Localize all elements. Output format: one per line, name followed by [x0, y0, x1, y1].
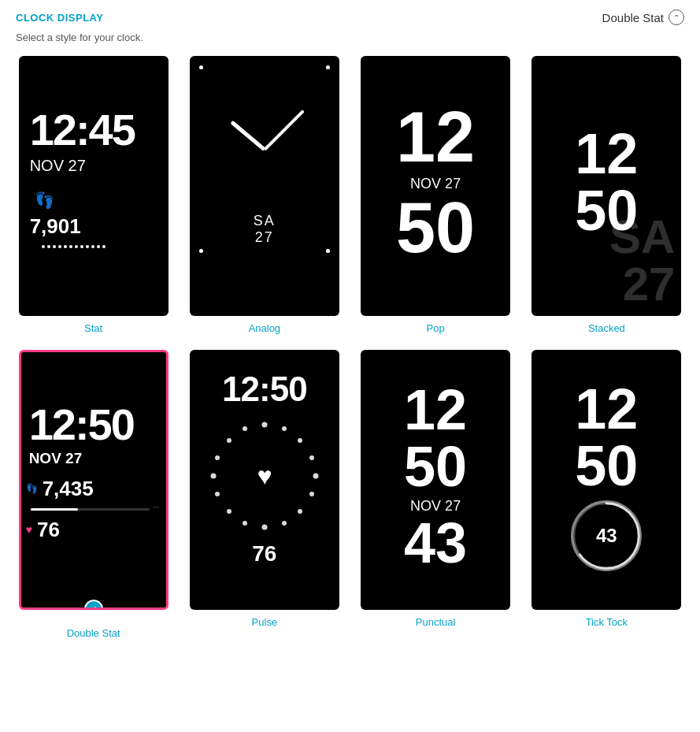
minute-hand — [263, 110, 304, 150]
pulse-time: 12:50 — [222, 370, 307, 409]
corner-dot-bl — [199, 249, 203, 253]
watch-face-stacked[interactable]: 12 50 SA27 — [531, 56, 681, 316]
svg-point-7 — [282, 521, 287, 526]
svg-point-9 — [243, 521, 247, 526]
corner-dot-tl — [199, 65, 203, 69]
selected-style-label: Double Stat — [602, 11, 664, 24]
stat-time: 12:45 — [19, 108, 169, 152]
svg-point-15 — [243, 426, 247, 431]
stat-date: NOV 27 — [19, 157, 169, 175]
stat-steps: 7,901 — [19, 214, 169, 239]
stat-dots-bar — [34, 245, 154, 248]
progress-dots: ··· — [153, 503, 159, 511]
watch-face-analog[interactable]: SA27 — [190, 56, 339, 316]
svg-point-1 — [282, 426, 287, 431]
corner-dot-tr — [326, 65, 330, 69]
analog-hands — [217, 102, 312, 197]
chevron-up-icon[interactable]: ⌃ — [669, 9, 684, 25]
pop-hour: 12 — [396, 102, 475, 173]
watch-item-stat[interactable]: 12:45 NOV 27 👣 7,901 Stat — [16, 56, 171, 334]
watch-item-punctual[interactable]: 12 50 NOV 27 43 Punctual — [358, 350, 513, 639]
svg-point-10 — [227, 509, 231, 514]
watch-face-pop[interactable]: 12 NOV 27 50 — [361, 56, 510, 316]
pulse-bpm: 76 — [252, 541, 276, 567]
svg-point-8 — [261, 525, 267, 530]
pulse-heart-icon: ♥ — [257, 462, 272, 491]
punctual-hour: 12 — [404, 381, 467, 438]
watch-face-stat[interactable]: 12:45 NOV 27 👣 7,901 — [19, 56, 169, 316]
watch-item-stacked[interactable]: 12 50 SA27 Stacked — [529, 56, 684, 334]
pop-label: Pop — [427, 322, 445, 334]
top-bar: CLOCK DISPLAY Double Stat ⌃ — [16, 6, 684, 27]
selected-style-display: Double Stat ⌃ — [602, 9, 684, 25]
pop-minute: 50 — [396, 192, 475, 263]
double-stat-time: 12:50 — [21, 403, 166, 447]
stacked-hour: 12 — [575, 125, 638, 182]
svg-point-14 — [227, 438, 231, 443]
svg-point-12 — [210, 474, 216, 479]
stat-label: Stat — [84, 322, 102, 334]
analog-day: SA27 — [254, 213, 276, 246]
progress-bar — [31, 508, 150, 511]
stat-steps-icon: 👣 — [19, 191, 169, 210]
svg-point-0 — [261, 422, 267, 428]
watch-face-double-stat[interactable]: 12:50 NOV 27 👣 7,435 ··· ♥ 76 ✓ — [19, 350, 169, 610]
watch-face-punctual[interactable]: 12 50 NOV 27 43 — [361, 350, 510, 610]
double-stat-steps-row: 👣 7,435 — [21, 477, 166, 501]
double-stat-heart-row: ♥ 76 — [21, 518, 166, 542]
watch-face-tick-tock[interactable]: 12 50 43 — [531, 350, 681, 610]
selected-check-badge: ✓ — [84, 600, 103, 610]
watch-item-double-stat[interactable]: 12:50 NOV 27 👣 7,435 ··· ♥ 76 ✓ Double S… — [16, 350, 171, 639]
double-stat-steps: 7,435 — [43, 477, 94, 501]
stacked-overlay: SA27 — [609, 214, 675, 308]
watch-grid: 12:45 NOV 27 👣 7,901 Stat SA27 A — [16, 56, 684, 639]
svg-point-2 — [298, 438, 302, 443]
svg-point-3 — [309, 455, 314, 460]
subtitle: Select a style for your clock. — [16, 32, 684, 43]
watch-item-tick-tock[interactable]: 12 50 43 Tick Tock — [529, 350, 684, 639]
double-stat-heart: 76 — [37, 518, 60, 542]
tick-tock-minute: 50 — [575, 437, 638, 494]
double-stat-label: Double Stat — [67, 627, 120, 639]
double-stat-date: NOV 27 — [21, 450, 166, 467]
analog-label: Analog — [249, 322, 280, 334]
svg-point-5 — [309, 492, 314, 496]
pulse-label: Pulse — [252, 616, 278, 628]
tick-tock-hour: 12 — [575, 381, 638, 437]
svg-point-11 — [215, 492, 220, 496]
hour-hand — [230, 121, 265, 151]
svg-point-13 — [215, 455, 220, 460]
corner-dot-br — [326, 249, 330, 253]
watch-item-analog[interactable]: SA27 Analog — [187, 56, 342, 334]
tick-tock-circle-stat: 43 — [571, 500, 642, 571]
page-title: CLOCK DISPLAY — [16, 12, 103, 24]
watch-item-pulse[interactable]: 12:50 — [187, 350, 342, 639]
watch-item-pop[interactable]: 12 NOV 27 50 Pop — [358, 56, 513, 334]
watch-face-pulse[interactable]: 12:50 — [190, 350, 339, 610]
svg-point-4 — [313, 474, 318, 479]
tick-tock-label: Tick Tock — [586, 616, 628, 628]
stacked-label: Stacked — [588, 322, 625, 334]
heart-icon: ♥ — [26, 523, 32, 536]
pulse-ring: ♥ — [206, 417, 324, 535]
punctual-label: Punctual — [416, 616, 456, 628]
punctual-stat: 43 — [404, 515, 467, 571]
svg-point-6 — [298, 509, 302, 514]
steps-icon: 👣 — [26, 483, 38, 494]
punctual-minute: 50 — [404, 438, 467, 495]
